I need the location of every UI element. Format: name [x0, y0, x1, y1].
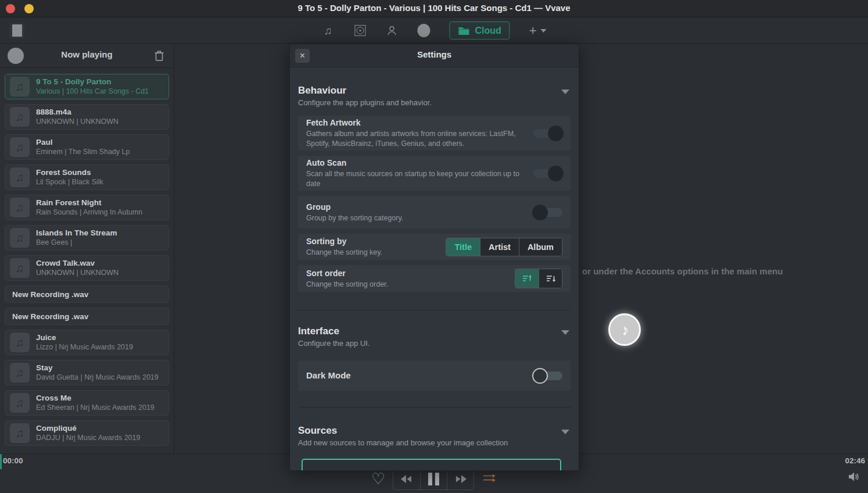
fetch-artwork-toggle[interactable] [533, 129, 562, 138]
track-subtitle: David Guetta | Nrj Music Awards 2019 [36, 373, 159, 383]
section-interface: Interface Configure the app UI. [298, 326, 571, 348]
add-source-button[interactable]: + [529, 25, 547, 37]
auto-scan-desc: Scan all the music sources on startup to… [306, 169, 528, 189]
list-item[interactable]: ♫PaulEminem | The Slim Shady Lp [5, 134, 169, 160]
dark-mode-toggle[interactable] [533, 371, 562, 380]
transport-controls [393, 468, 474, 490]
collapse-sources-icon[interactable] [561, 430, 569, 434]
playlists-view-button[interactable] [417, 24, 430, 37]
track-title: New Recording .wav [12, 312, 88, 321]
settings-dialog: × Settings Behaviour Configure the app p… [289, 44, 579, 471]
clear-playlist-button[interactable] [154, 49, 164, 64]
group-toggle[interactable] [533, 208, 562, 217]
trash-icon [154, 49, 164, 62]
sort-by-title-button[interactable]: Title [446, 238, 480, 256]
music-note-icon: ♫ [10, 393, 30, 413]
sorting-by-segmented: Title Artist Album [446, 238, 562, 256]
heart-icon: ♡ [371, 470, 385, 488]
sort-ascending-button[interactable] [515, 269, 539, 288]
cloud-tab-button[interactable]: Cloud [449, 22, 510, 40]
track-subtitle: Lil Spook | Black Silk [36, 178, 103, 187]
stop-button[interactable] [9, 23, 24, 38]
track-subtitle: Various | 100 Hits Car Songs - Cd1 [36, 87, 149, 97]
auto-scan-label: Auto Scan [306, 158, 528, 169]
list-item[interactable]: ♫Crowd Talk.wavUNKNOWN | UNKNOWN [5, 255, 169, 281]
group-label: Group [306, 202, 528, 213]
music-note-icon: ♫ [324, 24, 332, 37]
pause-icon [428, 473, 439, 485]
now-playing-sidebar: Now playing ♫9 To 5 - Dolly PartonVariou… [0, 44, 174, 453]
fetch-artwork-label: Fetch Artwork [306, 117, 528, 128]
sort-order-buttons [515, 269, 562, 288]
stop-icon [12, 24, 22, 37]
track-title: Paul [36, 138, 130, 148]
sort-descending-button[interactable] [539, 269, 562, 288]
add-icon: + [529, 25, 537, 37]
albums-view-button[interactable] [353, 24, 366, 37]
music-note-icon: ♫ [10, 137, 30, 157]
sort-order-label: Sort order [306, 268, 509, 279]
total-time: 02:46 [845, 456, 865, 465]
list-item[interactable]: ♫Cross MeEd Sheeran | Nrj Music Awards 2… [5, 390, 169, 416]
sort-order-desc: Change the sorting order. [306, 280, 509, 290]
list-item[interactable]: ♫9 To 5 - Dolly PartonVarious | 100 Hits… [5, 74, 169, 99]
list-item[interactable]: New Recording .wav [5, 285, 169, 303]
artists-view-button[interactable] [385, 24, 398, 37]
pause-button[interactable] [420, 469, 447, 490]
previous-button[interactable] [393, 469, 420, 490]
sort-by-album-button[interactable]: Album [519, 238, 562, 256]
track-subtitle: DADJU | Nrj Music Awards 2019 [36, 434, 140, 443]
track-title: 9 To 5 - Dolly Parton [36, 77, 149, 87]
track-title: Crowd Talk.wav [36, 259, 119, 269]
list-item[interactable]: ♫Rain Forest NightRain Sounds | Arriving… [5, 195, 169, 220]
track-title: New Recording .wav [12, 290, 88, 299]
dark-mode-label: Dark Mode [306, 370, 528, 381]
group-desc: Group by the sorting category. [306, 213, 528, 223]
music-note-icon: ♫ [10, 333, 30, 352]
person-icon [386, 25, 397, 37]
track-title: Forest Sounds [36, 168, 103, 178]
tracks-view-button[interactable]: ♫ [321, 24, 334, 37]
list-item[interactable]: ♫Islands In The StreamBee Gees | [5, 225, 169, 251]
volume-icon [847, 470, 860, 483]
list-item[interactable]: ♫8888.m4aUNKNOWN | UNKNOWN [5, 104, 169, 130]
music-note-icon: ♫ [10, 77, 30, 97]
cloud-label: Cloud [475, 26, 501, 36]
vvave-floating-button[interactable]: ♪ [608, 313, 641, 346]
dark-mode-row: Dark Mode [298, 360, 571, 391]
list-item[interactable]: ♫CompliquéDADJU | Nrj Music Awards 2019 [5, 420, 169, 446]
repeat-button[interactable] [482, 472, 497, 486]
collapse-interface-icon[interactable] [561, 330, 569, 335]
sort-descending-icon [546, 274, 556, 283]
list-item[interactable]: ♫StayDavid Guetta | Nrj Music Awards 201… [5, 360, 169, 385]
repeat-icon [482, 472, 497, 484]
list-item[interactable]: New Recording .wav [5, 308, 169, 325]
volume-button[interactable] [847, 470, 860, 485]
track-title: Stay [36, 363, 159, 373]
add-source-input[interactable] [302, 459, 561, 471]
account-circle-icon [417, 24, 430, 37]
track-subtitle: Ed Sheeran | Nrj Music Awards 2019 [36, 403, 155, 413]
sort-by-artist-button[interactable]: Artist [480, 238, 519, 256]
auto-scan-toggle[interactable] [533, 169, 562, 178]
chevron-down-icon [541, 29, 547, 33]
track-subtitle: UNKNOWN | UNKNOWN [36, 269, 119, 278]
sorting-by-label: Sorting by [306, 236, 440, 247]
collapse-behaviour-icon[interactable] [561, 90, 569, 94]
music-note-icon: ♫ [10, 167, 30, 187]
music-note-icon: ♫ [10, 198, 30, 217]
sources-subtitle: Add new sources to manage and browse you… [298, 438, 571, 447]
progress-bar[interactable] [0, 454, 2, 469]
auto-scan-row: Auto Scan Scan all the music sources on … [298, 156, 571, 191]
list-item[interactable]: ♫JuiceLizzo | Nrj Music Awards 2019 [5, 330, 169, 355]
favorite-button[interactable]: ♡ [371, 471, 385, 487]
list-item[interactable]: ♫Forest SoundsLil Spook | Black Silk [5, 165, 169, 190]
next-icon [454, 474, 468, 484]
interface-title: Interface [298, 326, 571, 337]
behaviour-subtitle: Configure the app plugins and behavior. [298, 98, 571, 107]
track-title: Islands In The Stream [36, 228, 117, 238]
next-button[interactable] [447, 469, 474, 490]
music-note-icon: ♫ [10, 363, 30, 383]
section-divider [298, 310, 571, 310]
interface-subtitle: Configure the app UI. [298, 339, 571, 348]
